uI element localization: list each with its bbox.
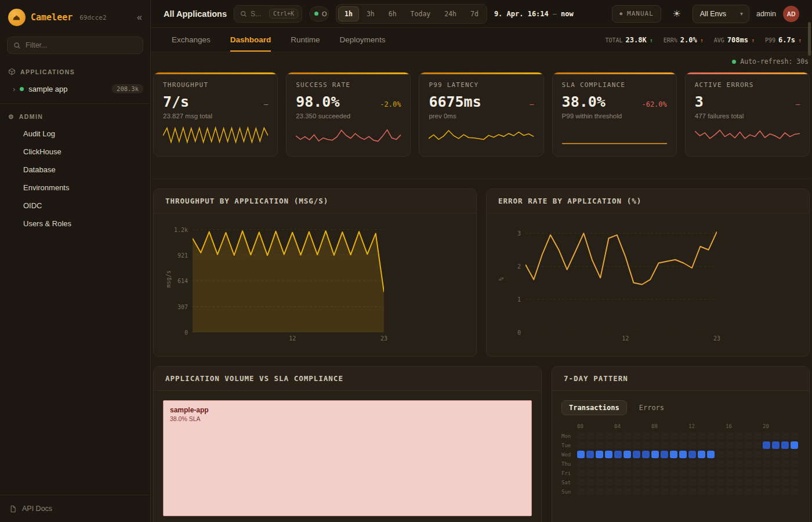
sidebar-item-clickhouse[interactable]: ClickHouse: [0, 143, 150, 161]
heatmap-cell: [596, 469, 603, 477]
tab-runtime[interactable]: Runtime: [291, 28, 320, 52]
heatmap-cell: [605, 478, 612, 486]
heatmap-cell: [772, 441, 780, 449]
search-icon: [13, 42, 21, 49]
heatmap-cell: [624, 488, 631, 495]
heatmap-cell: [726, 469, 733, 477]
date-range-display[interactable]: 9. Apr. 16:14 — now: [494, 10, 574, 18]
heatmap-cell: [661, 460, 668, 467]
heatmap-cell: [772, 432, 780, 440]
heatmap-cell: [688, 432, 696, 440]
chart-x-ticks: 1223: [193, 335, 384, 345]
arrow-up-icon: ↑: [751, 37, 755, 44]
heatmap-cell: [781, 478, 789, 486]
heatmap-cell: [735, 460, 742, 467]
treemap-app-sla: 38.0% SLA: [170, 415, 525, 422]
heatmap-cell: [679, 488, 687, 495]
charts-grid: THROUGHPUT BY APPLICATION (MSG/S) msg/s1…: [152, 188, 811, 357]
heatmap-hour-label: 16: [726, 423, 733, 430]
time-range-24h[interactable]: 24h: [438, 6, 463, 21]
heatmap-cell: [633, 478, 640, 486]
heatmap-cell: [726, 478, 733, 486]
heatmap-cell: [577, 432, 585, 440]
app-name: Cameleer: [31, 12, 72, 23]
heatmap-day-label: Thu: [561, 460, 575, 467]
treemap-sample-app-rect[interactable]: sample-app 38.0% SLA: [163, 400, 532, 516]
status-text: O: [322, 10, 327, 17]
heatmap-day-label: Sun: [561, 488, 575, 495]
heatmap-day-label: Tue: [561, 441, 575, 449]
heatmap-day-label: Mon: [561, 432, 575, 440]
sidebar-item-environments[interactable]: Environments: [0, 179, 150, 197]
sidebar-collapse-button[interactable]: «: [137, 13, 142, 22]
tab-deployments[interactable]: Deployments: [340, 28, 386, 52]
time-range-7d[interactable]: 7d: [464, 6, 485, 21]
heatmap-hour-label: [624, 423, 631, 430]
global-search[interactable]: S... Ctrl+K: [234, 5, 302, 23]
chart-y-axis-label: msg/s: [165, 225, 172, 332]
heatmap-cell: [763, 441, 770, 449]
page-title: All Applications: [164, 9, 227, 19]
heatmap-cell: [614, 469, 622, 477]
kpi-delta: —: [264, 100, 268, 108]
api-docs-link[interactable]: API Docs: [0, 495, 150, 522]
user-name: admin: [756, 10, 776, 18]
heatmap-cell: [791, 478, 798, 486]
sidebar-filter[interactable]: [7, 37, 143, 54]
header-stats: TOTAL 23.8K ↑ ERR% 2.0% ↑ AVG 708ms ↑ P9…: [605, 28, 806, 52]
theme-toggle-button[interactable]: ☀: [668, 5, 686, 23]
search-icon: [240, 10, 247, 17]
heatmap-cell: [688, 469, 696, 477]
status-pill[interactable]: O: [309, 6, 329, 21]
heatmap-cell: [633, 441, 640, 449]
heatmap-cell: [735, 469, 742, 477]
heatmap-hour-label: [781, 423, 789, 430]
arrow-up-icon: ↑: [798, 37, 802, 44]
time-range-6h[interactable]: 6h: [382, 6, 403, 21]
heatmap-cell: [772, 460, 780, 467]
heatmap-cell: [596, 460, 603, 467]
sidebar-item-sample-app[interactable]: › sample app 208.3k: [0, 80, 150, 97]
user-avatar[interactable]: AD: [783, 6, 799, 22]
sidebar-item-audit-log[interactable]: Audit Log: [0, 125, 150, 143]
tab-exchanges[interactable]: Exchanges: [172, 28, 211, 52]
heatmap-cell: [753, 441, 761, 449]
chart-x-ticks: 1223: [525, 335, 717, 345]
pattern-tab-errors[interactable]: Errors: [632, 400, 672, 415]
manual-refresh-button[interactable]: ● MANUAL: [612, 5, 661, 23]
heatmap-cell: [651, 469, 659, 477]
time-range-3h[interactable]: 3h: [360, 6, 381, 21]
env-select[interactable]: All Envs ▾: [693, 5, 749, 23]
heatmap-cell: [726, 460, 733, 467]
heatmap-cell: [707, 451, 715, 458]
heatmap-cell: [661, 451, 668, 458]
pattern-tab-transactions[interactable]: Transactions: [561, 400, 627, 415]
heatmap-cell: [735, 451, 742, 458]
sidebar-item-database[interactable]: Database: [0, 161, 150, 179]
kpi-value: 6675ms: [429, 93, 481, 110]
heatmap-cell: [586, 441, 594, 449]
tab-dashboard[interactable]: Dashboard: [230, 28, 271, 52]
heatmap-cell: [633, 451, 640, 458]
heatmap-corner: [561, 423, 575, 430]
heatmap-cell: [614, 451, 622, 458]
time-range-1h[interactable]: 1h: [338, 6, 359, 21]
heatmap-hour-label: [642, 423, 650, 430]
scrollbar-thumb[interactable]: [808, 22, 811, 56]
admin-section-header: ⚙ ADMIN: [0, 107, 150, 125]
heatmap-cell: [707, 488, 715, 495]
heatmap-cell: [716, 432, 724, 440]
applications-icon: [8, 68, 16, 75]
sidebar-item-users-roles[interactable]: Users & Roles: [0, 215, 150, 233]
sidebar-item-oidc[interactable]: OIDC: [0, 197, 150, 215]
heatmap-day-label: Wed: [561, 451, 575, 458]
heatmap-cell: [781, 432, 789, 440]
y-tick-label: 307: [177, 303, 188, 310]
heatmap-cell: [688, 488, 696, 495]
main-content: Auto-refresh: 30s THROUGHPUT 7/s — 23.82…: [151, 52, 812, 522]
filter-input[interactable]: [26, 41, 137, 49]
heatmap-cell: [586, 488, 594, 495]
heatmap-cell: [670, 432, 677, 440]
time-range-today[interactable]: Today: [404, 6, 437, 21]
kpi-value: 3: [695, 93, 704, 110]
